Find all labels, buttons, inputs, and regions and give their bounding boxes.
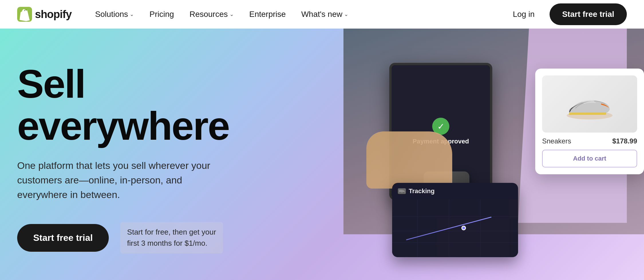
hero-subtext: One platform that lets you sell wherever… [17,158,235,202]
tracking-icon [398,188,406,194]
login-link[interactable]: Log in [507,6,541,22]
svg-rect-1 [399,190,403,192]
truck-icon [399,189,405,193]
chevron-down-icon: ⌄ [230,11,234,17]
route-dot [461,226,466,230]
hero-content: Sell everywhere One platform that lets y… [17,63,275,253]
hero-tagline: Start for free, then get your first 3 mo… [120,222,223,253]
chevron-down-icon: ⌄ [130,11,134,17]
product-price: $178.99 [612,137,637,145]
nav-pricing[interactable]: Pricing [143,6,180,22]
logo-text: shopify [35,8,72,21]
product-card: Sneakers $178.99 Add to cart [535,69,644,174]
hero-imagery: ✓ Payment approved [329,29,644,280]
svg-point-3 [403,192,404,193]
hero-section: Sell everywhere One platform that lets y… [0,29,644,280]
chevron-down-icon: ⌄ [344,11,348,17]
shopify-logo-icon [17,7,32,22]
product-info: Sneakers $178.99 [542,137,637,145]
svg-rect-5 [569,113,606,115]
hero-trial-button[interactable]: Start free trial [17,224,109,252]
hero-headline: Sell everywhere [17,63,275,147]
nav-links: Solutions ⌄ Pricing Resources ⌄ Enterpri… [89,6,507,22]
add-to-cart-button[interactable]: Add to cart [542,150,637,167]
hand-overlay [366,131,452,189]
nav-resources[interactable]: Resources ⌄ [183,6,240,22]
nav-solutions[interactable]: Solutions ⌄ [89,6,140,22]
svg-point-2 [400,192,401,193]
tracking-label: Tracking [409,187,434,195]
product-name: Sneakers [542,137,571,145]
hero-actions: Start free trial Start for free, then ge… [17,222,275,253]
nav-right: Log in Start free trial [507,3,627,25]
nav-enterprise[interactable]: Enterprise [243,6,292,22]
map-area [392,199,518,257]
logo[interactable]: shopify [17,7,72,22]
nav-trial-button[interactable]: Start free trial [550,3,627,25]
product-image [542,75,637,133]
sneaker-svg [564,84,615,124]
tracking-card: Tracking [392,183,518,257]
nav-whats-new[interactable]: What's new ⌄ [295,6,355,22]
navbar: shopify Solutions ⌄ Pricing Resources ⌄ … [0,0,644,29]
